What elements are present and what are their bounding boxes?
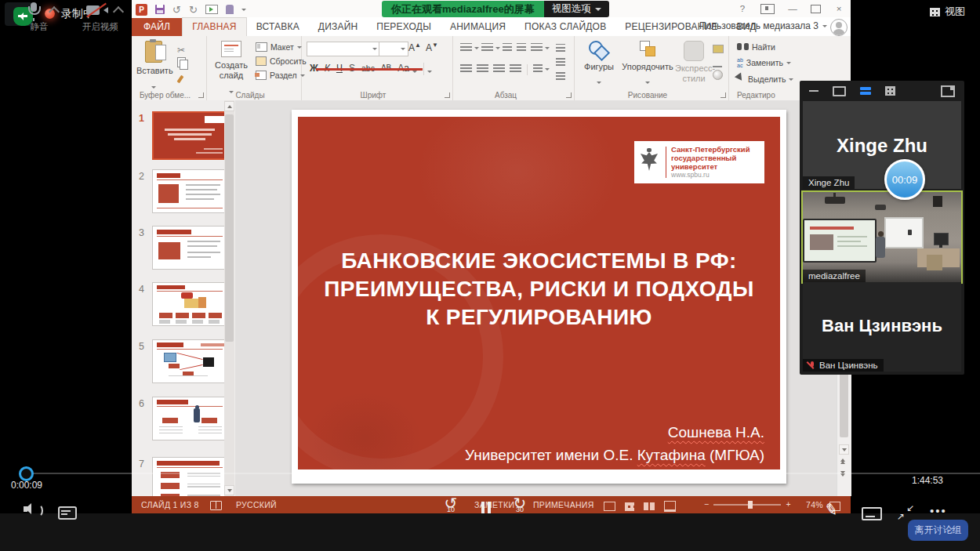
paragraph-dialog-launcher[interactable] xyxy=(566,92,572,98)
thumbs-scroll-up-button[interactable] xyxy=(224,101,234,111)
font-size-combo[interactable] xyxy=(379,42,408,56)
save-icon[interactable] xyxy=(155,5,165,14)
thumbs-scroll-down-button[interactable] xyxy=(224,485,234,495)
tab-animation[interactable]: АНИМАЦИЯ xyxy=(441,18,515,36)
columns-button[interactable] xyxy=(533,64,543,74)
layout-button[interactable]: Макет xyxy=(256,42,302,52)
minimize-panel-icon[interactable] xyxy=(809,90,818,92)
proofing-icon[interactable] xyxy=(210,501,222,512)
gallery-view-icon[interactable] xyxy=(860,87,871,96)
replace-button[interactable]: abacЗаменить xyxy=(737,57,791,68)
bullets-button[interactable] xyxy=(460,43,472,53)
find-button[interactable]: Найти xyxy=(737,42,775,52)
account-avatar[interactable] xyxy=(830,19,848,36)
speaker-icon[interactable] xyxy=(24,502,41,519)
reading-view-icon[interactable] xyxy=(644,502,655,510)
slide-thumbnail-6[interactable] xyxy=(152,397,229,440)
font-color-button[interactable]: А xyxy=(316,68,423,71)
align-right-button[interactable] xyxy=(493,64,505,74)
slide-sorter-icon[interactable] xyxy=(625,502,634,511)
format-painter-button[interactable] xyxy=(179,72,182,86)
view-mode-button[interactable]: 视图 xyxy=(930,5,965,19)
reset-button[interactable]: Сбросить xyxy=(256,56,307,66)
copy-button[interactable] xyxy=(177,56,186,71)
customize-qat-chevron-icon[interactable] xyxy=(241,9,246,11)
close-button[interactable]: × xyxy=(832,3,846,14)
slide-page[interactable]: Санкт-Петербургский государственный унив… xyxy=(292,110,786,484)
slideshow-icon[interactable] xyxy=(664,501,676,512)
shrink-font-button[interactable]: А▼ xyxy=(426,42,438,53)
participant-tile-van[interactable]: Ван Цзинвэнь Ван Цзинвэнь xyxy=(803,282,961,372)
grid-view-icon[interactable] xyxy=(885,86,895,96)
forward-30-button[interactable]: ↻ 30 xyxy=(508,495,532,513)
pause-button[interactable] xyxy=(474,502,498,513)
more-options-button[interactable]: ••• xyxy=(930,504,947,517)
exit-fullscreen-icon[interactable] xyxy=(897,505,914,520)
text-direction-button[interactable] xyxy=(554,42,568,56)
font-name-combo[interactable] xyxy=(307,42,380,56)
playback-timeline[interactable] xyxy=(24,473,980,474)
touch-mode-icon[interactable] xyxy=(226,5,234,14)
start-presentation-icon[interactable] xyxy=(205,5,218,14)
tab-insert[interactable]: ВСТАВКА xyxy=(247,18,309,36)
section-button[interactable]: Раздел xyxy=(256,71,305,80)
font-dialog-launcher[interactable] xyxy=(445,92,450,98)
leave-breakout-button[interactable]: 离开讨论组 xyxy=(908,520,968,541)
slide-thumbnail-3[interactable] xyxy=(152,226,229,270)
align-text-button[interactable] xyxy=(554,56,568,71)
restore-button[interactable] xyxy=(811,5,821,13)
slide-thumbnail-7[interactable] xyxy=(152,457,229,497)
justify-button[interactable] xyxy=(510,64,521,74)
tab-transitions[interactable]: ПЕРЕХОДЫ xyxy=(367,18,441,36)
increase-indent-button[interactable] xyxy=(517,43,526,53)
view-buttons[interactable] xyxy=(604,501,685,512)
language-indicator[interactable]: РУССКИЙ xyxy=(236,500,277,509)
thumbs-scroll-thumb[interactable] xyxy=(225,114,234,342)
new-slide-button[interactable]: Создать слайд xyxy=(210,41,252,96)
zoom-level[interactable]: 74% xyxy=(806,500,823,509)
slide-thumbnail-5[interactable] xyxy=(152,339,229,383)
clipboard-dialog-launcher[interactable] xyxy=(198,92,204,98)
drawing-dialog-launcher[interactable] xyxy=(720,92,726,98)
presenter-view-icon[interactable] xyxy=(760,4,775,14)
mute-button[interactable]: 静音 xyxy=(6,0,72,36)
participant-tile-mediazalfree[interactable]: mediazalfree xyxy=(801,190,963,284)
help-button[interactable]: ? xyxy=(735,3,750,14)
view-options-button[interactable]: 视图选项 xyxy=(544,1,609,17)
select-button[interactable]: Выделить xyxy=(737,74,793,85)
undo-icon[interactable] xyxy=(172,2,181,16)
start-video-button[interactable]: 开启视频 xyxy=(67,0,133,36)
shape-effects-button[interactable] xyxy=(713,69,723,83)
tab-file[interactable]: ФАЙЛ xyxy=(132,18,182,36)
rewind-10-button[interactable]: ↺ 10 xyxy=(439,495,463,513)
previous-slide-button[interactable] xyxy=(840,459,845,464)
account-menu[interactable]: Пользователь медиазала 3 xyxy=(699,20,827,31)
shapes-button[interactable]: Фигуры xyxy=(579,41,619,87)
zoom-slider[interactable] xyxy=(713,504,781,506)
scroll-down-button[interactable] xyxy=(839,444,849,455)
line-spacing-button[interactable] xyxy=(531,43,543,53)
slide-thumbnail-2[interactable] xyxy=(152,169,229,213)
zoom-out-button[interactable]: − xyxy=(704,499,709,509)
tab-design[interactable]: ДИЗАЙН xyxy=(309,18,368,36)
minimize-button[interactable]: — xyxy=(786,3,800,14)
thumbnails-scrollbar[interactable] xyxy=(224,100,234,496)
participant-tile-xinge[interactable]: Xinge Zhu Xinge Zhu xyxy=(803,101,961,189)
grow-font-button[interactable]: А▲ xyxy=(408,42,421,53)
shape-fill-button[interactable] xyxy=(713,42,724,56)
slide-thumbnail-1[interactable] xyxy=(152,111,230,160)
comments-button[interactable]: ПРИМЕЧАНИЯ xyxy=(533,500,594,509)
redo-icon[interactable] xyxy=(189,2,198,16)
paste-button[interactable]: Вставить xyxy=(136,41,171,92)
zoom-in-button[interactable]: + xyxy=(786,499,790,509)
caption-icon[interactable] xyxy=(58,506,77,523)
smartart-convert-button[interactable] xyxy=(554,71,568,85)
decrease-indent-button[interactable] xyxy=(503,43,512,53)
quick-styles-button[interactable]: Экспресс-стили xyxy=(675,41,713,84)
keyboard-icon[interactable] xyxy=(862,507,882,524)
align-center-button[interactable] xyxy=(477,64,488,74)
tab-home[interactable]: ГЛАВНАЯ xyxy=(182,17,246,36)
align-left-button[interactable] xyxy=(460,64,472,74)
speaker-view-icon[interactable] xyxy=(833,86,846,96)
numbering-button[interactable] xyxy=(481,43,493,53)
